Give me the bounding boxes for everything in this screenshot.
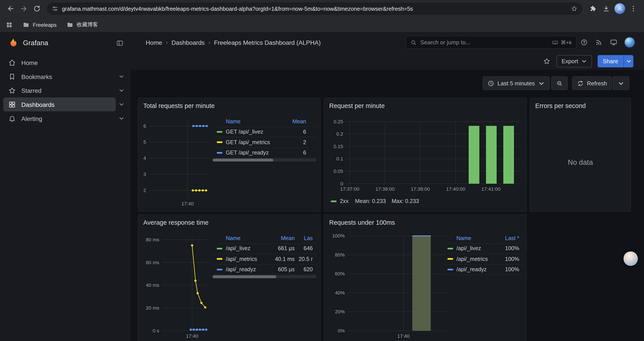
panel-errors-per-second: Errors per second No data: [530, 98, 631, 212]
legend-row[interactable]: GET /api/_livez 6: [212, 127, 317, 137]
series-swatch-green: [217, 131, 222, 133]
browser-menu-button[interactable]: [627, 2, 640, 15]
apps-grid-button[interactable]: [6, 21, 13, 28]
chevron-down-icon: [118, 115, 124, 121]
chevron-down-icon: [118, 74, 124, 79]
chevron-down-icon: [626, 58, 632, 64]
share-menu-button[interactable]: [624, 55, 633, 67]
refresh-interval-button[interactable]: [613, 76, 629, 90]
browser-extensions-button[interactable]: [586, 2, 600, 15]
grafana-logo-icon[interactable]: [7, 38, 18, 49]
sidebar-expand-dashboards[interactable]: [116, 97, 127, 112]
legend-col-mean[interactable]: Mean: [281, 118, 306, 124]
bookmark-star-icon[interactable]: [571, 5, 578, 12]
sidebar-collapse-button[interactable]: [116, 40, 124, 47]
brand-name[interactable]: Grafana: [23, 39, 48, 47]
star-icon: [8, 87, 16, 94]
bookmarks-bar: Freeleaps 收藏博客: [0, 17, 644, 32]
display-button[interactable]: [606, 35, 621, 50]
zoom-out-button[interactable]: [551, 76, 568, 90]
legend-col-mean[interactable]: Mean: [271, 235, 295, 241]
avg-response-chart[interactable]: 80 ms60 ms40 ms20 ms0 s17:40: [142, 233, 212, 341]
browser-forward-button[interactable]: [17, 2, 30, 15]
site-settings-icon[interactable]: [52, 5, 58, 12]
svg-text:40%: 40%: [335, 290, 345, 295]
bookmark-folder-blogs[interactable]: 收藏博客: [66, 21, 98, 28]
folder-icon: [22, 21, 30, 28]
svg-text:4: 4: [143, 155, 146, 161]
breadcrumb-dashboards[interactable]: Dashboards: [172, 39, 204, 46]
chevron-down-icon: [618, 80, 624, 87]
breadcrumb-home[interactable]: Home: [146, 39, 162, 46]
sidebar-item-alerting[interactable]: Alerting: [3, 111, 116, 125]
time-range-picker[interactable]: Last 5 minutes: [483, 76, 550, 90]
legend-col-last[interactable]: Last *: [498, 235, 519, 241]
scrollbar-thumb[interactable]: [212, 275, 276, 278]
favorite-dashboard-button[interactable]: [543, 58, 550, 65]
legend-row[interactable]: GET /api/_metrics 2: [212, 137, 317, 148]
legend-row[interactable]: /api/_metrics 100%: [443, 254, 522, 264]
legend-row[interactable]: /api/_livez 661 µs 646: [212, 243, 317, 254]
help-button[interactable]: [577, 35, 592, 50]
sidebar-expand-starred[interactable]: [116, 83, 127, 97]
bookmark-folder-freeleaps[interactable]: Freeleaps: [22, 21, 56, 28]
legend-scrollbar[interactable]: [212, 275, 316, 278]
star-icon: [543, 58, 550, 65]
sidebar-expand-bookmarks[interactable]: [116, 69, 127, 83]
request-per-minute-chart[interactable]: 0.250.20.150.10.05017:37:0017:38:0017:39…: [328, 117, 524, 194]
legend-col-name[interactable]: Name: [217, 118, 281, 124]
puzzle-icon: [590, 5, 597, 12]
under-100ms-chart[interactable]: 100%80%60%40%20%0%17:40: [328, 233, 448, 340]
sidebar-item-dashboards[interactable]: Dashboards: [3, 97, 116, 112]
floating-assistant-avatar[interactable]: [624, 251, 638, 266]
export-button[interactable]: Export: [556, 55, 592, 67]
panel-title[interactable]: Total requests per minute: [138, 98, 320, 114]
browser-back-button[interactable]: [4, 2, 17, 15]
panel-title[interactable]: Request per minute: [324, 98, 526, 114]
sidebar-item-bookmarks[interactable]: Bookmarks: [3, 69, 116, 83]
legend-col-last[interactable]: Las: [294, 235, 312, 241]
legend-col-name[interactable]: Name: [448, 235, 498, 241]
url-text[interactable]: grafana.mathmast.com/d/deytv4rwavabkb/fr…: [62, 6, 567, 12]
address-bar[interactable]: grafana.mathmast.com/d/deytv4rwavabkb/fr…: [47, 3, 582, 15]
legend-row[interactable]: GET /api/_readyz 6: [212, 148, 317, 158]
refresh-button[interactable]: Refresh: [572, 76, 612, 90]
apps-grid-icon: [6, 21, 13, 28]
panel-title[interactable]: Average response time: [138, 215, 320, 230]
series-name[interactable]: 2xx: [340, 198, 348, 204]
browser-reload-button[interactable]: [30, 2, 44, 15]
legend-scrollbar[interactable]: [212, 159, 316, 162]
news-button[interactable]: [592, 35, 606, 50]
legend-row[interactable]: /api/_readyz 100%: [443, 264, 522, 275]
share-label[interactable]: Share: [598, 55, 624, 67]
panel-title[interactable]: Requests under 100ms: [324, 215, 526, 230]
sidebar-expand-alerting[interactable]: [116, 111, 127, 125]
panel-under-100ms: Requests under 100ms 100%80%60%40%20%0%1…: [324, 214, 526, 341]
svg-text:0.2: 0.2: [336, 131, 343, 137]
legend-row[interactable]: /api/_readyz 605 µs 620: [212, 264, 317, 275]
legend-row[interactable]: /api/_metrics 40.1 ms 20.5 r: [212, 254, 317, 264]
share-button[interactable]: Share: [598, 55, 634, 67]
legend[interactable]: 2xx Mean: 0.233 Max: 0.233: [331, 198, 425, 204]
legend-table: Name Last * /api/_livez 100% /api/_metri…: [443, 233, 522, 275]
download-icon: [602, 5, 610, 12]
sidebar-nav: Home Bookmarks Starred: [0, 54, 130, 125]
browser-profile-avatar[interactable]: [614, 3, 625, 14]
svg-text:20%: 20%: [335, 309, 345, 314]
scrollbar-thumb[interactable]: [212, 159, 273, 162]
user-avatar[interactable]: [624, 37, 635, 48]
panel-left-icon: [116, 40, 124, 47]
sidebar-item-starred[interactable]: Starred: [3, 83, 116, 97]
total-requests-chart[interactable]: 6543217:40: [142, 118, 212, 209]
series-swatch-blue: [217, 152, 222, 153]
panel-title[interactable]: Errors per second: [530, 98, 630, 114]
sidebar-item-label: Starred: [21, 87, 42, 94]
svg-text:0%: 0%: [338, 328, 344, 333]
legend-row[interactable]: /api/_livez 100%: [443, 243, 522, 254]
legend-col-name[interactable]: Name: [217, 235, 271, 241]
sidebar-item-home[interactable]: Home: [3, 56, 127, 70]
browser-downloads-button[interactable]: [600, 2, 613, 15]
search-input[interactable]: Search or jump to... ⌘+k: [406, 36, 577, 49]
svg-text:0.25: 0.25: [334, 119, 343, 124]
keyboard-icon: [552, 39, 558, 46]
